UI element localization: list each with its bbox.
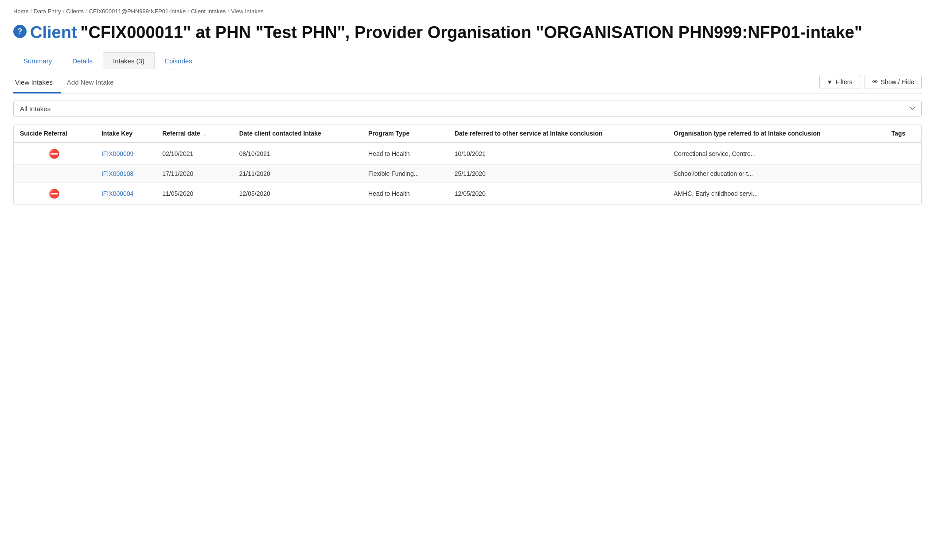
alert-icon: ⛔: [49, 189, 60, 198]
intake-link-ifix000009[interactable]: IFIX000009: [101, 150, 133, 157]
cell-tags: [885, 164, 921, 183]
table-row: IFIX000108 17/11/2020 21/11/2020 Flexibl…: [14, 164, 921, 183]
cell-tags: [885, 183, 921, 204]
cell-date-contacted: 12/05/2020: [233, 183, 362, 204]
col-referral-date[interactable]: Referral date ↓: [156, 124, 233, 143]
cell-program-type: Head to Health: [362, 183, 448, 204]
intakes-table: Suicide Referral Intake Key Referral dat…: [14, 124, 921, 205]
filters-button[interactable]: ▼ Filters: [819, 75, 860, 89]
table-container: Suicide Referral Intake Key Referral dat…: [13, 124, 922, 205]
breadcrumb-clients[interactable]: Clients: [66, 8, 84, 15]
table-row: ⛔ IFIX000009 02/10/2021 08/10/2021 Head …: [14, 143, 921, 165]
sort-icon: ↓: [204, 131, 206, 136]
page-title-section: ? Client "CFIX000011" at PHN "Test PHN",…: [13, 23, 922, 43]
table-row: ⛔ IFIX000004 11/05/2020 12/05/2020 Head …: [14, 183, 921, 204]
cell-date-contacted: 21/11/2020: [233, 164, 362, 183]
col-date-contacted: Date client contacted Intake: [233, 124, 362, 143]
cell-program-type: Head to Health: [362, 143, 448, 165]
page-title-rest: "CFIX000011" at PHN "Test PHN", Provider…: [81, 23, 862, 43]
alert-icon: ⛔: [49, 149, 60, 159]
tab-episodes[interactable]: Episodes: [155, 52, 203, 69]
sub-nav-right: ▼ Filters 👁 Show / Hide: [819, 75, 922, 93]
sub-nav: View Intakes Add New Intake ▼ Filters 👁 …: [13, 69, 922, 93]
breadcrumb-sep5: /: [228, 8, 230, 15]
cell-org-type: AMHC, Early childhood servi...: [667, 183, 885, 204]
tab-intakes[interactable]: Intakes (3): [103, 52, 155, 69]
cell-intake-key: IFIX000004: [95, 183, 156, 204]
cell-date-referred: 25/11/2020: [448, 164, 667, 183]
cell-intake-key: IFIX000108: [95, 164, 156, 183]
show-hide-button[interactable]: 👁 Show / Hide: [865, 75, 922, 89]
sub-nav-add-new-intake[interactable]: Add New Intake: [65, 75, 122, 93]
breadcrumb-sep4: /: [187, 8, 189, 15]
col-intake-key: Intake Key: [95, 124, 156, 143]
intake-link-ifix000108[interactable]: IFIX000108: [101, 170, 133, 177]
breadcrumb-sep2: /: [63, 8, 65, 15]
breadcrumb-client-intakes[interactable]: Client Intakes: [191, 8, 226, 15]
tab-summary[interactable]: Summary: [13, 52, 62, 69]
cell-referral-date: 17/11/2020: [156, 164, 233, 183]
dropdown-section: All Intakes Active Intakes Closed Intake…: [13, 101, 922, 117]
breadcrumb-client-id[interactable]: CFIX000011@PHN999:NFP01-intake: [89, 8, 186, 15]
cell-date-referred: 10/10/2021: [448, 143, 667, 165]
show-hide-label: Show / Hide: [881, 78, 914, 86]
help-icon[interactable]: ?: [13, 25, 27, 38]
breadcrumb-home[interactable]: Home: [13, 8, 29, 15]
intake-link-ifix000004[interactable]: IFIX000004: [101, 190, 133, 197]
cell-suicide-referral: ⛔: [14, 183, 95, 204]
breadcrumb-sep: /: [31, 8, 32, 15]
breadcrumb-data-entry[interactable]: Data Entry: [34, 8, 61, 15]
table-header-row: Suicide Referral Intake Key Referral dat…: [14, 124, 921, 143]
cell-intake-key: IFIX000009: [95, 143, 156, 165]
cell-date-referred: 12/05/2020: [448, 183, 667, 204]
col-date-referred: Date referred to other service at Intake…: [448, 124, 667, 143]
col-suicide-referral: Suicide Referral: [14, 124, 95, 143]
intakes-filter-dropdown[interactable]: All Intakes Active Intakes Closed Intake…: [13, 101, 922, 117]
col-program-type: Program Type: [362, 124, 448, 143]
sub-nav-view-intakes[interactable]: View Intakes: [13, 75, 61, 93]
breadcrumb: Home / Data Entry / Clients / CFIX000011…: [13, 8, 922, 15]
client-link[interactable]: Client: [30, 23, 77, 43]
col-tags: Tags: [885, 124, 921, 143]
cell-date-contacted: 08/10/2021: [233, 143, 362, 165]
breadcrumb-current: View Intakes: [231, 8, 263, 15]
cell-program-type: Flexible Funding...: [362, 164, 448, 183]
breadcrumb-sep3: /: [86, 8, 87, 15]
filters-label: Filters: [835, 78, 852, 86]
cell-org-type: School/other education or t...: [667, 164, 885, 183]
cell-suicide-referral: [14, 164, 95, 183]
sub-nav-left: View Intakes Add New Intake: [13, 74, 126, 93]
cell-org-type: Correctional service, Centre...: [667, 143, 885, 165]
col-org-type: Organisation type referred to at Intake …: [667, 124, 885, 143]
cell-tags: [885, 143, 921, 165]
cell-suicide-referral: ⛔: [14, 143, 95, 165]
tab-details[interactable]: Details: [62, 52, 103, 69]
page-title: ? Client "CFIX000011" at PHN "Test PHN",…: [13, 23, 922, 43]
page-wrapper: Home / Data Entry / Clients / CFIX000011…: [0, 0, 935, 560]
tabs-bar: Summary Details Intakes (3) Episodes: [13, 52, 922, 69]
eye-icon: 👁: [872, 78, 878, 86]
cell-referral-date: 11/05/2020: [156, 183, 233, 204]
filter-icon: ▼: [827, 78, 833, 86]
cell-referral-date: 02/10/2021: [156, 143, 233, 165]
